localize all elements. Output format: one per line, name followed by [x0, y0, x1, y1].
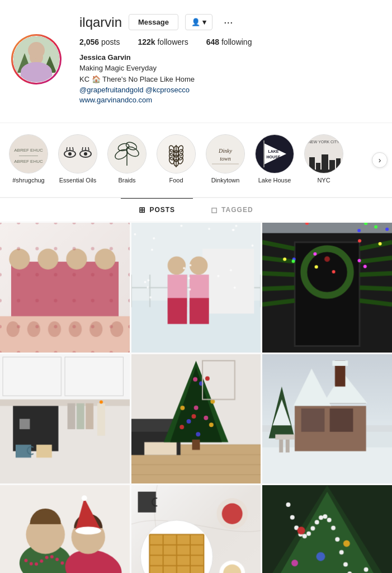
following-count: 648 — [206, 37, 219, 46]
highlight-circle-lake-house — [255, 134, 294, 173]
highlight-label-shrugchug: #shrugchug — [12, 177, 45, 184]
highlight-circle-nyc — [304, 134, 343, 173]
grid-item-1[interactable] — [0, 223, 130, 353]
highlights-scroll-right-button[interactable]: › — [372, 152, 388, 168]
post-image-9 — [262, 485, 392, 573]
bio-link2[interactable]: www.garvinandco.com — [79, 96, 152, 104]
tab-tagged[interactable]: ◻ TAGGED — [193, 198, 271, 221]
highlight-label-braids: Braids — [118, 177, 135, 184]
grid-item-7[interactable] — [0, 485, 130, 573]
highlight-label-food: Food — [169, 177, 183, 184]
avatar-image — [13, 36, 59, 82]
person-icon: 👤 — [191, 18, 200, 26]
more-options-button[interactable]: ··· — [219, 13, 238, 31]
dropdown-arrow: ▾ — [202, 18, 206, 26]
tag-icon: ◻ — [211, 205, 218, 214]
profile-top: ilqarvin Message 👤 ▾ ··· 2,056 posts 122… — [11, 13, 381, 105]
highlight-label-lake-house: Lake House — [258, 177, 291, 184]
grid-item-2[interactable] — [131, 223, 261, 353]
grid-item-4[interactable] — [0, 354, 130, 484]
highlight-label-dinkytown: Dinkytown — [211, 177, 240, 184]
bio-fullname: Jessica Garvin — [79, 53, 381, 62]
bio-link1[interactable]: @grapefruitandgold @kcprosecco — [79, 86, 190, 94]
bio-line2: KC 🏠 There's No Place Like Home — [79, 74, 381, 85]
profile-section: ilqarvin Message 👤 ▾ ··· 2,056 posts 122… — [0, 0, 392, 123]
following-stat[interactable]: 648 following — [206, 37, 252, 46]
tab-posts[interactable]: ⊞ POSTS — [121, 198, 193, 221]
tab-posts-label: POSTS — [149, 206, 175, 214]
bio-line1: Making Magic Everyday — [79, 63, 381, 74]
tabs-section: ⊞ POSTS ◻ TAGGED — [0, 198, 392, 221]
highlight-circle-dinkytown — [206, 134, 245, 173]
highlight-label-essential-oils: Essential Oils — [59, 177, 97, 184]
post-image-8 — [131, 485, 261, 573]
message-button[interactable]: Message — [129, 14, 178, 30]
highlight-circle-shrugchug — [9, 134, 48, 173]
grid-item-9[interactable] — [262, 485, 392, 573]
highlight-nyc[interactable]: NYC — [304, 134, 343, 184]
username-row: ilqarvin Message 👤 ▾ ··· — [79, 13, 381, 31]
highlight-food[interactable]: Food — [157, 134, 196, 184]
post-image-6 — [262, 354, 392, 484]
followers-count: 122k — [138, 37, 155, 46]
grid-item-6[interactable] — [262, 354, 392, 484]
follow-dropdown-button[interactable]: 👤 ▾ — [185, 14, 212, 30]
highlights-section: #shrugchug Essential Oils Braids Food Di — [0, 123, 392, 197]
post-image-4 — [0, 354, 130, 484]
highlight-braids[interactable]: Braids — [107, 134, 147, 184]
posts-count: 2,056 — [79, 37, 99, 46]
highlight-essential-oils[interactable]: Essential Oils — [58, 134, 97, 184]
posts-label: posts — [101, 37, 120, 46]
highlight-circle-braids — [107, 134, 147, 173]
grid-item-5[interactable] — [131, 354, 261, 484]
post-image-7 — [0, 485, 130, 573]
posts-stat: 2,056 posts — [79, 37, 120, 46]
grid-item-8[interactable] — [131, 485, 261, 573]
tab-tagged-label: TAGGED — [221, 206, 253, 214]
avatar[interactable] — [11, 34, 62, 84]
highlights-scroll: #shrugchug Essential Oils Braids Food Di — [0, 130, 392, 188]
posts-grid — [0, 223, 392, 573]
highlight-shrugchug[interactable]: #shrugchug — [9, 134, 48, 184]
following-label: following — [221, 37, 252, 46]
followers-stat[interactable]: 122k followers — [138, 37, 188, 46]
post-image-1 — [0, 223, 130, 353]
highlight-dinkytown[interactable]: Dinkytown — [206, 134, 245, 184]
username: ilqarvin — [79, 15, 122, 30]
followers-label: followers — [157, 37, 188, 46]
post-image-3 — [262, 223, 392, 353]
grid-item-3[interactable] — [262, 223, 392, 353]
profile-info: ilqarvin Message 👤 ▾ ··· 2,056 posts 122… — [79, 13, 381, 105]
highlight-circle-food — [157, 134, 196, 173]
grid-icon: ⊞ — [139, 205, 146, 214]
post-image-2 — [131, 223, 261, 353]
highlight-lake-house[interactable]: Lake House — [255, 134, 294, 184]
stats-row: 2,056 posts 122k followers 648 following — [79, 37, 381, 46]
highlight-circle-essential-oils — [58, 134, 97, 173]
post-image-5 — [131, 354, 261, 484]
highlight-label-nyc: NYC — [317, 177, 330, 184]
